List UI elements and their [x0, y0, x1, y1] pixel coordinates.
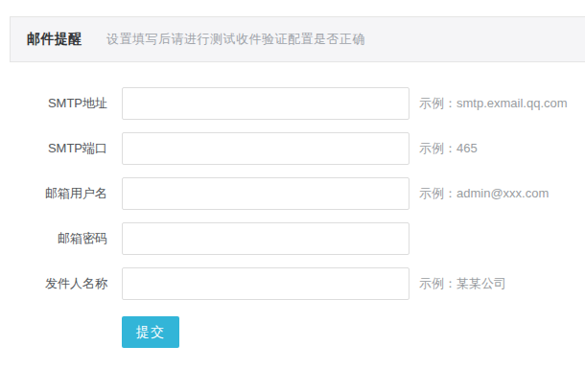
panel-header: 邮件提醒 设置填写后请进行测试收件验证配置是否正确 [10, 16, 585, 62]
form-row-sender-name: 发件人名称 示例：某某公司 [0, 267, 568, 300]
smtp-port-input[interactable] [122, 132, 410, 165]
form-row-smtp-address: SMTP地址 示例：smtp.exmail.qq.com [0, 87, 568, 120]
smtp-address-example: 示例：smtp.exmail.qq.com [419, 95, 568, 112]
sender-name-label: 发件人名称 [0, 275, 107, 292]
page-subtitle: 设置填写后请进行测试收件验证配置是否正确 [106, 31, 365, 48]
page-title: 邮件提醒 [27, 31, 82, 48]
submit-button[interactable]: 提交 [122, 316, 179, 348]
submit-row: 提交 [122, 316, 568, 348]
email-password-input[interactable] [122, 222, 410, 255]
smtp-address-input[interactable] [122, 87, 410, 120]
form-row-email-password: 邮箱密码 [0, 222, 568, 255]
sender-name-example: 示例：某某公司 [419, 275, 506, 292]
email-username-label: 邮箱用户名 [0, 185, 107, 202]
form-row-email-username: 邮箱用户名 示例：admin@xxx.com [0, 177, 568, 210]
email-username-input[interactable] [122, 177, 410, 210]
smtp-settings-form: SMTP地址 示例：smtp.exmail.qq.com SMTP端口 示例：4… [0, 87, 568, 348]
smtp-address-label: SMTP地址 [0, 95, 107, 112]
smtp-port-label: SMTP端口 [0, 140, 107, 157]
form-row-smtp-port: SMTP端口 示例：465 [0, 132, 568, 165]
smtp-port-example: 示例：465 [419, 140, 478, 157]
email-username-example: 示例：admin@xxx.com [419, 185, 549, 202]
email-password-label: 邮箱密码 [0, 230, 107, 247]
sender-name-input[interactable] [122, 267, 410, 300]
